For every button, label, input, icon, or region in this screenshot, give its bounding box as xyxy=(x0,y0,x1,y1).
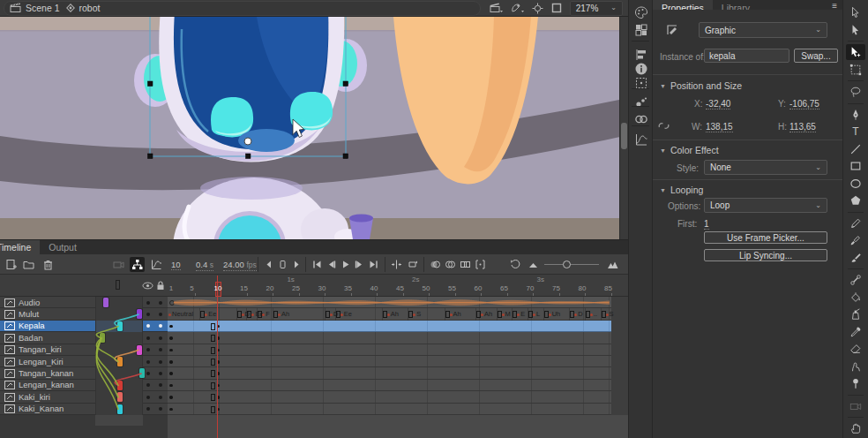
layer-parent-column[interactable] xyxy=(95,344,143,356)
tab-library[interactable]: Library xyxy=(713,0,759,10)
loop-playback-button[interactable] xyxy=(405,257,420,272)
layer-lock-dot[interactable] xyxy=(159,313,162,316)
layer-parent-tag[interactable] xyxy=(100,333,105,343)
frames-grid[interactable]: NeutralEeDEeFAhDEeAhSAhAhMELUhD..S xyxy=(168,297,628,415)
selection-handle-bottom-right[interactable] xyxy=(343,154,348,159)
breadcrumb-scene[interactable]: Scene 1 xyxy=(26,3,60,13)
timeline-zoom-out-icon[interactable] xyxy=(526,257,541,272)
panel-menu-icon[interactable]: ≡ xyxy=(832,1,837,11)
go-to-first-frame-button[interactable] xyxy=(310,257,325,272)
stage-canvas[interactable] xyxy=(0,17,628,239)
layer-parent-column[interactable] xyxy=(95,308,143,320)
phoneme-keyframe-dot[interactable] xyxy=(168,313,171,316)
layer-visibility-dot[interactable] xyxy=(146,313,150,316)
modify-markers-button[interactable] xyxy=(473,257,488,272)
timeline-ruler[interactable]: 1s2s3s1510152025303540455055606570758085 xyxy=(168,275,628,297)
layer-visibility-dot[interactable] xyxy=(146,336,150,340)
phoneme-keyframe-dot[interactable] xyxy=(533,313,535,316)
paint-brush-tool-icon[interactable] xyxy=(846,250,865,266)
layer-lock-dot[interactable] xyxy=(159,301,162,305)
use-frame-picker-button[interactable]: Use Frame Picker... xyxy=(704,231,827,244)
keyframe-dot[interactable] xyxy=(169,349,173,352)
frame-row-tangan_kanan[interactable] xyxy=(168,367,611,379)
stage-vertical-scrollbar[interactable] xyxy=(619,17,628,239)
layer-parent-column[interactable] xyxy=(95,297,143,308)
layer-parenting-toggle-button[interactable] xyxy=(130,257,145,272)
frame-row-mulut[interactable]: NeutralEeDEeFAhDEeAhSAhAhMELUhD..S xyxy=(168,308,611,320)
delete-layer-button[interactable] xyxy=(41,257,56,272)
elapsed-time-stat[interactable]: 0.4 s xyxy=(196,260,213,271)
stage-zoom-select[interactable]: 217% ⌄ xyxy=(570,1,623,16)
layer-row-lengan_kanan[interactable]: Lengan_kanan xyxy=(0,380,168,391)
phoneme-keyframe-dot[interactable] xyxy=(278,313,281,316)
camera-tool-icon[interactable] xyxy=(846,398,865,414)
ink-bottle-tool-icon[interactable] xyxy=(846,306,865,322)
layer-parent-column[interactable] xyxy=(95,391,143,403)
new-layer-button[interactable] xyxy=(4,257,19,272)
instance-name-field[interactable]: kepala xyxy=(704,49,789,63)
phoneme-keyframe-dot[interactable] xyxy=(502,313,505,316)
keyframe-dot[interactable] xyxy=(169,384,173,388)
polystar-tool-icon[interactable] xyxy=(846,193,865,208)
x-value[interactable]: -32,40 xyxy=(706,99,730,110)
frame-rate-stat[interactable]: 24.00 fps xyxy=(223,260,257,271)
timeline-zoom-slider[interactable] xyxy=(544,264,599,265)
phoneme-keyframe-dot[interactable] xyxy=(413,313,415,316)
center-stage-button[interactable] xyxy=(532,3,543,14)
info-panel-icon[interactable] xyxy=(634,62,648,76)
layer-visibility-dot[interactable] xyxy=(146,372,150,375)
frame-row-audio[interactable] xyxy=(168,297,611,308)
w-value[interactable]: 138,15 xyxy=(706,122,733,132)
layer-row-tangan_kiri[interactable]: Tangan_kiri xyxy=(0,344,168,356)
loop-range-right-button[interactable] xyxy=(288,257,303,272)
frame-row-kaki_kiri[interactable] xyxy=(168,391,611,403)
frame-row-kaki_kanan[interactable] xyxy=(168,404,611,415)
phoneme-keyframe-dot[interactable] xyxy=(517,313,520,316)
step-back-button[interactable] xyxy=(324,257,339,272)
layer-parent-tag[interactable] xyxy=(117,321,123,331)
phoneme-keyframe-dot[interactable] xyxy=(549,313,551,316)
link-width-height-icon[interactable] xyxy=(658,120,670,132)
section-color-effect[interactable]: ▼ Color Effect xyxy=(660,145,719,155)
keyframe-dot[interactable] xyxy=(169,372,173,375)
oval-tool-icon[interactable] xyxy=(846,176,865,192)
go-to-last-frame-button[interactable] xyxy=(366,257,381,272)
pin-tool-icon[interactable] xyxy=(846,375,865,391)
layer-parent-column[interactable] xyxy=(95,380,143,391)
layer-parent-tag[interactable] xyxy=(117,392,123,402)
layer-parent-tag[interactable] xyxy=(139,368,145,378)
layer-row-kaki_kiri[interactable]: Kaki_kiri xyxy=(0,391,168,403)
timeline-zoom-in-icon[interactable] xyxy=(605,257,620,272)
y-value[interactable]: -106,75 xyxy=(789,99,819,110)
section-position-size[interactable]: ▼ Position and Size xyxy=(660,80,742,91)
bone-tool-icon[interactable] xyxy=(846,272,865,288)
keyframe-dot[interactable] xyxy=(169,408,173,412)
layer-parent-column[interactable] xyxy=(95,404,143,415)
onion-skin-button[interactable] xyxy=(428,257,443,272)
layer-row-badan[interactable]: Badan xyxy=(0,332,168,344)
frame-row-kepala[interactable] xyxy=(168,321,611,332)
pen-tool-icon[interactable] xyxy=(846,107,865,123)
layer-parent-tag[interactable] xyxy=(117,381,123,390)
loop-options-select[interactable]: Loop ⌄ xyxy=(704,198,827,213)
scene-clapperboard-icon[interactable] xyxy=(10,3,22,13)
phoneme-keyframe-dot[interactable] xyxy=(606,313,609,316)
phoneme-keyframe-dot[interactable] xyxy=(262,313,265,316)
layer-parent-column[interactable] xyxy=(95,367,143,379)
layer-parent-column[interactable] xyxy=(95,321,143,332)
brush-library-panel-icon[interactable] xyxy=(634,95,648,110)
phoneme-keyframe-dot[interactable] xyxy=(450,313,453,316)
line-tool-icon[interactable] xyxy=(846,141,865,157)
layer-row-audio[interactable]: Audio xyxy=(0,297,168,308)
tab-timeline[interactable]: Timeline xyxy=(0,240,40,254)
selection-handle-left[interactable] xyxy=(148,81,153,87)
new-folder-button[interactable] xyxy=(21,257,36,272)
lip-syncing-button[interactable]: Lip Syncing... xyxy=(704,249,827,261)
section-looping[interactable]: ▼ Looping xyxy=(660,185,703,195)
center-playhead-button[interactable] xyxy=(389,257,404,272)
edit-scene-button[interactable] xyxy=(490,3,503,13)
phoneme-keyframe-dot[interactable] xyxy=(481,313,483,316)
keyframe-dot[interactable] xyxy=(169,325,173,328)
phoneme-keyframe-dot[interactable] xyxy=(251,313,254,316)
current-frame-stat[interactable]: 10 xyxy=(171,260,181,270)
